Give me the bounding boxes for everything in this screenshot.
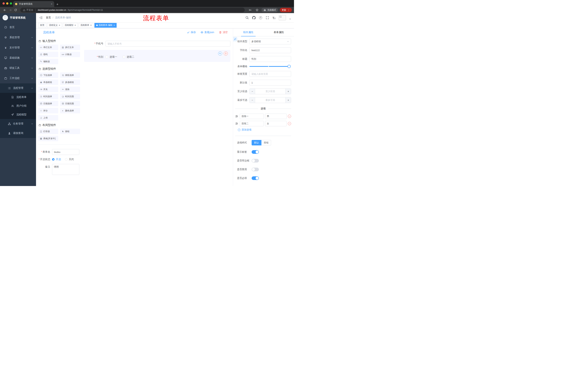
palette-item-password[interactable]: 密码 xyxy=(38,52,58,57)
remove-option-icon[interactable]: − xyxy=(288,122,291,125)
palette-item-time-picker[interactable]: ◷时间选择 xyxy=(38,94,58,99)
palette-item-checkbox-group[interactable]: ☑多选框组 xyxy=(60,80,80,85)
tag-home[interactable]: 首页 xyxy=(38,23,46,28)
palette-item-editor[interactable]: ✎编辑器 xyxy=(38,59,58,64)
component-type-select[interactable]: 多选框组 xyxy=(249,39,291,44)
avatar-caret-icon[interactable] xyxy=(289,18,291,20)
tab-component-props[interactable]: 组件属性 xyxy=(233,28,264,36)
canvas-item-phone[interactable]: *手机号 xyxy=(84,39,230,48)
canvas-item-gender-selected[interactable]: *性别 选项一 选项二 xyxy=(84,50,230,62)
view-json-button[interactable]: 查看json xyxy=(200,31,214,34)
sidebar-item-infrastructure[interactable]: 基础设施 xyxy=(0,53,36,63)
palette-item-counter[interactable]: 123计数器 xyxy=(60,52,80,57)
tab-form-props[interactable]: 表单属性 xyxy=(264,28,294,36)
sidebar-item-home[interactable]: 首页 xyxy=(0,22,36,32)
address-bar[interactable]: 不安全 dashboard.yudao.iocoder.cn/bpm/manag… xyxy=(20,8,245,12)
new-tab-button[interactable]: + xyxy=(56,2,58,6)
palette-item-slider[interactable]: 滑块 xyxy=(60,87,80,92)
palette-item-button[interactable]: 按钮 xyxy=(60,129,80,134)
github-icon[interactable] xyxy=(252,16,256,20)
back-icon[interactable] xyxy=(2,8,7,12)
palette-item-row-container[interactable]: ◫行容器 xyxy=(38,129,58,134)
palette-item-multi-line-text[interactable]: ▤多行文本 xyxy=(60,45,80,50)
drag-handle-icon[interactable] xyxy=(235,115,239,118)
palette-item-time-range[interactable]: ◶时间范围 xyxy=(60,94,80,99)
add-option-button[interactable]: + 添加选项 xyxy=(238,128,291,131)
grid-slider[interactable] xyxy=(249,66,289,67)
border-toggle[interactable] xyxy=(252,159,259,162)
label-width-input[interactable] xyxy=(249,71,291,77)
forward-icon[interactable] xyxy=(8,8,13,12)
option-name-input[interactable] xyxy=(240,114,264,119)
bookmark-star-icon[interactable] xyxy=(254,8,260,12)
tag-process-form-edit[interactable]: 流程表单-编辑× xyxy=(94,23,117,28)
gender-option-2[interactable]: 选项二 xyxy=(123,55,134,59)
fullscreen-icon[interactable] xyxy=(265,16,269,20)
status-radio-on[interactable]: 开启 xyxy=(52,158,61,161)
style-default-button[interactable]: 默认 xyxy=(252,140,262,145)
option-name-input[interactable] xyxy=(240,121,264,126)
update-button[interactable]: 更新 ⋮ xyxy=(280,8,292,12)
update-label[interactable]: 更新 xyxy=(282,9,286,12)
sidebar-item-system[interactable]: ⚙ 系统管理 xyxy=(0,32,36,43)
link-anchor-icon[interactable] xyxy=(233,37,237,41)
drag-handle-icon[interactable] xyxy=(235,122,239,125)
palette-item-table[interactable]: ▦表格[开发中] xyxy=(38,136,58,141)
tag-process-model[interactable]: 流程模型× xyxy=(63,23,78,28)
avatar[interactable] xyxy=(279,15,286,20)
palette-item-switch[interactable]: 开关 xyxy=(38,87,58,92)
palette-item-date-range[interactable]: 日期范围 xyxy=(60,101,80,106)
gender-option-1[interactable]: 选项一 xyxy=(105,55,117,59)
phone-input[interactable] xyxy=(105,41,230,47)
help-icon[interactable]: ? xyxy=(259,16,262,20)
palette-item-date-picker[interactable]: 日期选择 xyxy=(38,101,58,106)
tag-process-form[interactable]: 流程表单× xyxy=(79,23,94,28)
close-tab-icon[interactable]: × xyxy=(51,3,52,5)
close-window-button[interactable] xyxy=(2,2,5,5)
tag-process-definition[interactable]: 流程定义× xyxy=(47,23,62,28)
option-value-input[interactable] xyxy=(265,121,286,126)
decrement-button[interactable]: − xyxy=(250,97,255,103)
field-name-input[interactable] xyxy=(249,47,291,53)
required-toggle[interactable] xyxy=(252,176,259,180)
palette-item-color-picker[interactable]: ◐颜色选择 xyxy=(60,108,80,113)
style-button-button[interactable]: 按钮 xyxy=(262,140,271,145)
increment-button[interactable]: + xyxy=(285,89,291,94)
form-name-input[interactable] xyxy=(52,149,79,155)
close-icon[interactable]: × xyxy=(90,24,92,26)
close-icon[interactable]: × xyxy=(114,24,115,26)
status-radio-off[interactable]: 关闭 xyxy=(65,158,74,161)
title-input[interactable] xyxy=(249,56,291,62)
key-icon[interactable] xyxy=(248,8,253,12)
checkbox-icon[interactable] xyxy=(123,56,125,58)
palette-item-dropdown[interactable]: 下拉选择 xyxy=(38,73,58,78)
reload-icon[interactable] xyxy=(13,8,18,12)
min-select-value[interactable]: 至少应选 xyxy=(255,89,285,94)
palette-item-single-line-text[interactable]: ▭单行文本 xyxy=(38,45,58,50)
checkbox-icon[interactable] xyxy=(105,56,108,58)
sidebar-item-payment[interactable]: ¥ 支付管理 xyxy=(0,43,36,53)
sidebar-item-task-mgmt[interactable]: 任务管理 xyxy=(0,119,36,128)
close-icon[interactable]: × xyxy=(74,24,76,26)
security-label[interactable]: 不安全 xyxy=(26,9,33,12)
browser-menu-icon[interactable]: ⋮ xyxy=(287,9,290,11)
disabled-toggle[interactable] xyxy=(252,168,259,171)
save-button[interactable]: 保存 xyxy=(187,31,196,34)
option-value-input[interactable] xyxy=(265,114,286,119)
sidebar-item-workflow[interactable]: 工作流程 xyxy=(0,73,36,83)
palette-item-upload[interactable]: 上传 xyxy=(38,115,58,120)
search-icon[interactable] xyxy=(245,16,249,20)
browser-tab[interactable]: 芋道管理系统 × xyxy=(13,1,54,7)
sidebar-item-devtools[interactable]: 研发工具 xyxy=(0,63,36,73)
slider-handle[interactable] xyxy=(287,65,291,68)
font-size-icon[interactable]: TT xyxy=(272,16,276,20)
delete-icon[interactable] xyxy=(224,52,228,55)
minimize-window-button[interactable] xyxy=(6,2,8,5)
decrement-button[interactable]: − xyxy=(250,89,255,94)
sidebar-item-process-form[interactable]: 流程表单 xyxy=(0,93,36,102)
sidebar-item-user-group[interactable]: 用户分组 xyxy=(0,102,36,110)
sidebar-item-leave-query[interactable]: 请假查询 xyxy=(0,128,36,138)
default-value-input[interactable] xyxy=(249,80,291,85)
palette-item-rate[interactable]: ☆评分 xyxy=(38,108,58,113)
palette-item-cascader[interactable]: 级联选择 xyxy=(60,73,80,78)
